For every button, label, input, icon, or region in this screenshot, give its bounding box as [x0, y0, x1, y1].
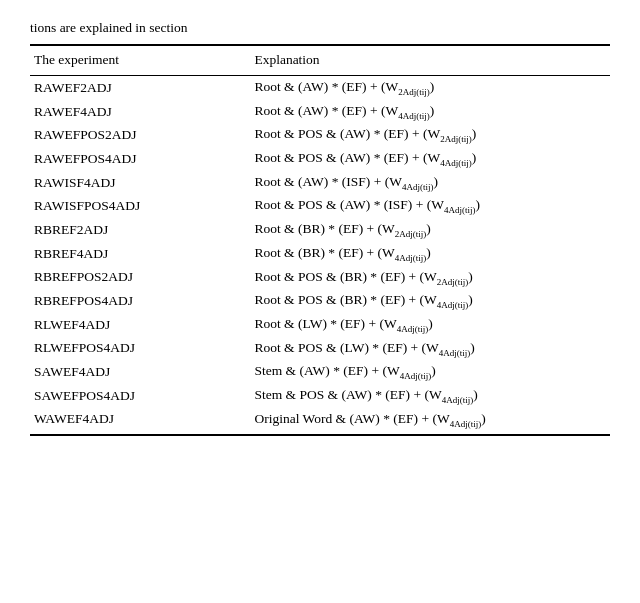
table-row: RAWEFPOS4ADJRoot & POS & (AW) * (EF) + (… — [30, 147, 610, 171]
experiment-explanation: Stem & (AW) * (EF) + (W4Adj(tij)) — [250, 360, 610, 384]
table-row: RLWEF4ADJRoot & (LW) * (EF) + (W4Adj(tij… — [30, 313, 610, 337]
table-row: RAWEF2ADJRoot & (AW) * (EF) + (W2Adj(tij… — [30, 76, 610, 100]
experiment-name: RBREF2ADJ — [30, 218, 250, 242]
experiment-name: RBREF4ADJ — [30, 242, 250, 266]
table-row: WAWEF4ADJOriginal Word & (AW) * (EF) + (… — [30, 408, 610, 436]
experiment-explanation: Root & POS & (LW) * (EF) + (W4Adj(tij)) — [250, 337, 610, 361]
experiment-table: The experiment Explanation RAWEF2ADJRoot… — [30, 44, 610, 436]
table-row: RBREFPOS4ADJRoot & POS & (BR) * (EF) + (… — [30, 289, 610, 313]
experiment-explanation: Root & (AW) * (EF) + (W2Adj(tij)) — [250, 76, 610, 100]
experiment-name: WAWEF4ADJ — [30, 408, 250, 436]
col-header-experiment: The experiment — [30, 45, 250, 70]
experiment-explanation: Root & (BR) * (EF) + (W2Adj(tij)) — [250, 218, 610, 242]
col-header-explanation: Explanation — [250, 45, 610, 70]
experiment-explanation: Root & POS & (AW) * (EF) + (W2Adj(tij)) — [250, 123, 610, 147]
table-row: RAWEF4ADJRoot & (AW) * (EF) + (W4Adj(tij… — [30, 100, 610, 124]
experiment-name: RAWEFPOS4ADJ — [30, 147, 250, 171]
table-row: SAWEFPOS4ADJStem & POS & (AW) * (EF) + (… — [30, 384, 610, 408]
experiment-explanation: Stem & POS & (AW) * (EF) + (W4Adj(tij)) — [250, 384, 610, 408]
experiment-name: RLWEFPOS4ADJ — [30, 337, 250, 361]
table-row: RAWEFPOS2ADJRoot & POS & (AW) * (EF) + (… — [30, 123, 610, 147]
experiment-name: RBREFPOS4ADJ — [30, 289, 250, 313]
experiment-name: RLWEF4ADJ — [30, 313, 250, 337]
experiment-name: RAWISFPOS4ADJ — [30, 194, 250, 218]
experiment-explanation: Root & POS & (BR) * (EF) + (W2Adj(tij)) — [250, 266, 610, 290]
experiment-name: RBREFPOS2ADJ — [30, 266, 250, 290]
experiment-explanation: Root & POS & (AW) * (ISF) + (W4Adj(tij)) — [250, 194, 610, 218]
table-row: RLWEFPOS4ADJRoot & POS & (LW) * (EF) + (… — [30, 337, 610, 361]
experiment-explanation: Root & (AW) * (EF) + (W4Adj(tij)) — [250, 100, 610, 124]
experiment-name: RAWEF2ADJ — [30, 76, 250, 100]
table-row: RBREFPOS2ADJRoot & POS & (BR) * (EF) + (… — [30, 266, 610, 290]
experiment-explanation: Root & (BR) * (EF) + (W4Adj(tij)) — [250, 242, 610, 266]
table-row: SAWEF4ADJStem & (AW) * (EF) + (W4Adj(tij… — [30, 360, 610, 384]
experiment-explanation: Root & POS & (BR) * (EF) + (W4Adj(tij)) — [250, 289, 610, 313]
experiment-explanation: Root & (LW) * (EF) + (W4Adj(tij)) — [250, 313, 610, 337]
table-row: RBREF2ADJRoot & (BR) * (EF) + (W2Adj(tij… — [30, 218, 610, 242]
table-row: RAWISFPOS4ADJRoot & POS & (AW) * (ISF) +… — [30, 194, 610, 218]
experiment-name: RAWEFPOS2ADJ — [30, 123, 250, 147]
experiment-explanation: Root & (AW) * (ISF) + (W4Adj(tij)) — [250, 171, 610, 195]
table-row: RBREF4ADJRoot & (BR) * (EF) + (W4Adj(tij… — [30, 242, 610, 266]
experiment-name: SAWEF4ADJ — [30, 360, 250, 384]
experiment-name: RAWEF4ADJ — [30, 100, 250, 124]
experiment-name: RAWISF4ADJ — [30, 171, 250, 195]
intro-text: tions are explained in section — [30, 20, 610, 36]
experiment-name: SAWEFPOS4ADJ — [30, 384, 250, 408]
experiment-explanation: Original Word & (AW) * (EF) + (W4Adj(tij… — [250, 408, 610, 436]
experiment-explanation: Root & POS & (AW) * (EF) + (W4Adj(tij)) — [250, 147, 610, 171]
table-row: RAWISF4ADJRoot & (AW) * (ISF) + (W4Adj(t… — [30, 171, 610, 195]
